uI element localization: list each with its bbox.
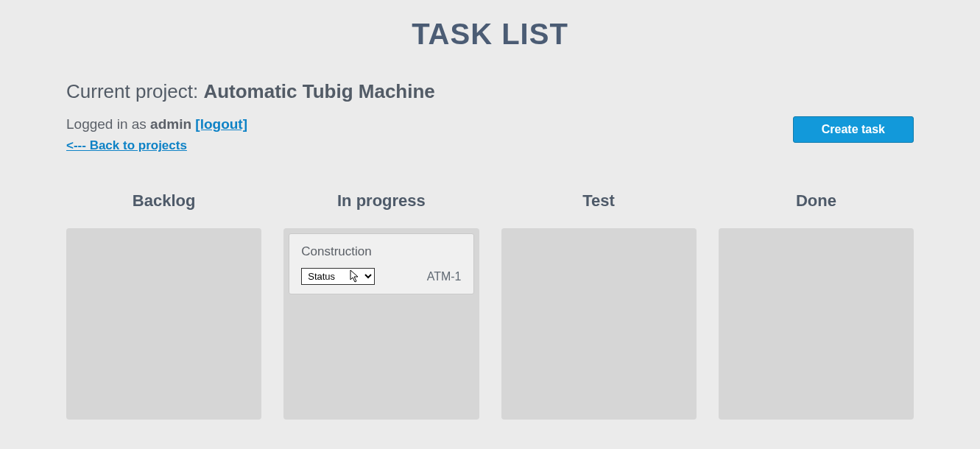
column-body[interactable] <box>719 228 914 420</box>
column-in-progress: In progress Construction Status ATM-1 <box>283 191 479 420</box>
logout-link[interactable]: [logout] <box>195 116 247 132</box>
logged-in-prefix: Logged in as <box>66 116 150 132</box>
column-title: Done <box>719 191 914 211</box>
task-status-select[interactable]: Status <box>301 268 375 285</box>
kanban-board: Backlog In progress Construction Status … <box>66 191 914 420</box>
column-body[interactable] <box>66 228 261 420</box>
current-project-name: Automatic Tubig Machine <box>203 80 434 102</box>
task-code: ATM-1 <box>427 270 462 283</box>
column-test: Test <box>501 191 697 420</box>
back-to-projects-link[interactable]: <--- Back to projects <box>66 138 187 152</box>
task-card[interactable]: Construction Status ATM-1 <box>289 233 473 294</box>
page-title: TASK LIST <box>0 0 980 58</box>
task-title: Construction <box>301 244 461 259</box>
current-project-line: Current project: Automatic Tubig Machine <box>66 80 914 103</box>
column-done: Done <box>719 191 914 420</box>
logged-in-line: Logged in as admin [logout] <box>66 116 247 132</box>
create-task-button[interactable]: Create task <box>793 116 914 143</box>
column-title: Test <box>501 191 697 211</box>
column-title: In progress <box>283 191 479 211</box>
logged-in-user: admin <box>150 116 191 132</box>
column-backlog: Backlog <box>66 191 261 420</box>
column-title: Backlog <box>66 191 261 211</box>
column-body[interactable] <box>501 228 697 420</box>
current-project-label: Current project: <box>66 80 203 102</box>
column-body[interactable]: Construction Status ATM-1 <box>283 228 479 420</box>
